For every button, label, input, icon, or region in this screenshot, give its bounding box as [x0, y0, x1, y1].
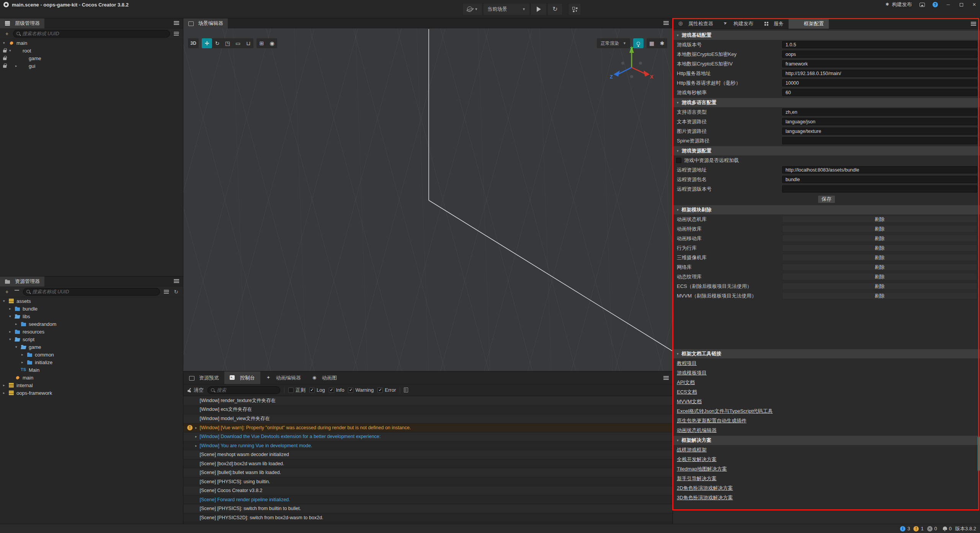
- log-level-checkbox[interactable]: Info: [329, 387, 345, 393]
- doc-link[interactable]: Tiledmap地图解决方案: [677, 466, 727, 473]
- tree-expand-arrow[interactable]: ▸: [9, 307, 15, 311]
- panel-menu-icon[interactable]: [663, 376, 669, 380]
- doc-link[interactable]: ECS文档: [677, 389, 697, 396]
- doc-link[interactable]: 2D角色扮演游戏解决方案: [677, 485, 733, 492]
- doc-link[interactable]: 游戏模板项目: [677, 370, 707, 376]
- console-log-row[interactable]: ! ▸ [Scene] [box2d]:box2d wasm lib loade…: [183, 459, 673, 469]
- menu-item[interactable]: [2, 9, 11, 18]
- warning-icon[interactable]: !: [913, 526, 919, 531]
- scene-viewport[interactable]: 3D ✛ ↻ ◳ ▭ ⊔ ⊞ ◉ 正常渲染 ▼ ▦ ✱: [183, 28, 673, 371]
- remove-module-button[interactable]: 剔除: [782, 292, 977, 299]
- tree-item[interactable]: ▸ common: [0, 351, 183, 358]
- 3d-mode-button[interactable]: 3D: [188, 38, 199, 48]
- doc-link[interactable]: 新手引导解决方案: [677, 475, 717, 482]
- play-button[interactable]: [531, 3, 547, 15]
- console-tab[interactable]: 控制台: [224, 371, 260, 384]
- text-input[interactable]: 60: [782, 89, 977, 96]
- section-framework-modules[interactable]: ▾ 框架模块剔除: [673, 205, 980, 214]
- filter-icon[interactable]: [162, 288, 170, 296]
- console-log-row[interactable]: ! ▸ [Window] model_view文件夹存在: [183, 414, 673, 423]
- tree-expand-arrow[interactable]: ▾: [9, 337, 15, 341]
- console-tab[interactable]: 资源预览: [183, 371, 224, 384]
- tree-item[interactable]: ▾ assets: [0, 297, 183, 305]
- tree-item[interactable]: main: [0, 374, 183, 381]
- scene-editor-tab[interactable]: 场景编辑器: [183, 18, 228, 28]
- remote-load-checkbox[interactable]: [676, 158, 681, 163]
- text-input[interactable]: framework: [782, 60, 977, 67]
- tree-item[interactable]: ▸ bundle: [0, 305, 183, 312]
- inspector-tab[interactable]: 构建发布: [718, 18, 758, 29]
- text-input[interactable]: http://localhost:8083/assets/bundle: [782, 166, 977, 173]
- tree-expand-arrow[interactable]: ▾: [3, 41, 8, 45]
- tree-expand-arrow[interactable]: ▸: [3, 391, 8, 395]
- error-icon[interactable]: ✕: [927, 526, 933, 531]
- remove-module-button[interactable]: 剔除: [782, 216, 977, 223]
- tree-item[interactable]: ▸ oops-framework: [0, 389, 183, 397]
- console-tab[interactable]: 动画图: [306, 371, 342, 384]
- menu-item[interactable]: [20, 9, 29, 18]
- inspector-tab[interactable]: 框架配置: [789, 18, 829, 29]
- screenshot-button[interactable]: [916, 0, 928, 9]
- console-log-row[interactable]: ! ▸ [Scene] Forward render pipeline init…: [183, 495, 673, 505]
- device-preview-button[interactable]: [568, 3, 581, 15]
- log-level-checkbox[interactable]: Error: [377, 387, 396, 393]
- coordinate-mode-button[interactable]: ◉: [267, 38, 277, 48]
- menu-item[interactable]: [57, 9, 66, 18]
- text-input[interactable]: [782, 185, 977, 193]
- menu-item[interactable]: [38, 9, 47, 18]
- panel-menu-icon[interactable]: [174, 21, 179, 25]
- close-button[interactable]: ✕: [969, 0, 980, 9]
- tree-item[interactable]: ▾ script: [0, 335, 183, 343]
- panel-menu-icon[interactable]: [971, 22, 976, 26]
- panel-menu-icon[interactable]: [663, 21, 669, 25]
- tree-expand-arrow[interactable]: ▸: [3, 383, 8, 387]
- doc-link[interactable]: 教程项目: [677, 360, 697, 367]
- section-solutions[interactable]: ▾ 框架解决方案: [673, 436, 980, 445]
- restart-button[interactable]: ↻: [547, 3, 563, 15]
- tree-item[interactable]: game: [0, 54, 183, 62]
- remove-module-button[interactable]: 剔除: [782, 244, 977, 252]
- hierarchy-tab[interactable]: 层级管理器: [0, 18, 44, 28]
- log-level-checkbox[interactable]: Warning: [348, 387, 374, 393]
- console-log-row[interactable]: ! ▸ [Window] Download the Vue Devtools e…: [183, 432, 673, 441]
- tree-item[interactable]: ▾ main: [0, 39, 183, 47]
- remove-module-button[interactable]: 剔除: [782, 235, 977, 242]
- console-log-row[interactable]: ! ▸ [Scene] [PHYSICS]: using builtin.: [183, 477, 673, 487]
- remove-module-button[interactable]: 剔除: [782, 254, 977, 261]
- move-tool-button[interactable]: ✛: [202, 38, 212, 48]
- text-input[interactable]: oops: [782, 51, 977, 58]
- tree-expand-arrow[interactable]: ▸: [15, 322, 21, 326]
- console-log-row[interactable]: ! ▸ [Window] render_texture文件夹存在: [183, 396, 673, 405]
- console-log-row[interactable]: ! ▸ [Scene] [bullet]:bullet wasm lib loa…: [183, 468, 673, 477]
- tree-expand-arrow[interactable]: ▾: [9, 314, 15, 318]
- scrollbar-thumb[interactable]: [978, 437, 980, 471]
- assets-tab[interactable]: 资源管理器: [0, 276, 44, 286]
- doc-link[interactable]: 战棋游戏框架: [677, 446, 707, 453]
- tree-expand-arrow[interactable]: ▾: [3, 299, 8, 303]
- rect-tool-button[interactable]: ▭: [233, 38, 243, 48]
- create-node-button[interactable]: +: [3, 30, 11, 38]
- section-game-language[interactable]: ▾ 游戏多语言配置: [673, 98, 980, 107]
- console-log-row[interactable]: ! ▸ [Window] ecs文件夹存在: [183, 405, 673, 415]
- scale-tool-button[interactable]: ◳: [222, 38, 233, 48]
- save-button[interactable]: 保存: [818, 195, 835, 203]
- doc-link[interactable]: API文档: [677, 379, 695, 386]
- expand-arrow-icon[interactable]: ▸: [195, 426, 197, 430]
- tree-item[interactable]: ▾ root: [0, 47, 183, 54]
- maximize-button[interactable]: [956, 0, 967, 9]
- doc-link[interactable]: MVVM文档: [677, 398, 702, 405]
- tree-item[interactable]: ▸ internal: [0, 381, 183, 389]
- tree-item[interactable]: Main: [0, 366, 183, 374]
- tree-expand-arrow[interactable]: ▾: [15, 345, 21, 349]
- tree-item[interactable]: ▸ resources: [0, 328, 183, 335]
- text-input[interactable]: language/texture: [782, 128, 977, 135]
- orientation-gizmo[interactable]: Y X Z: [607, 42, 657, 92]
- inspector-tab[interactable]: 属性检查器: [673, 18, 718, 29]
- remove-module-button[interactable]: 剔除: [782, 263, 977, 271]
- tree-expand-arrow[interactable]: ▸: [21, 360, 27, 364]
- hierarchy-search-input[interactable]: [22, 31, 167, 36]
- pivot-mode-button[interactable]: ⊞: [256, 38, 267, 48]
- minimize-button[interactable]: ─: [942, 0, 954, 9]
- sort-icon[interactable]: [13, 288, 21, 296]
- doc-link[interactable]: 3D角色扮演游戏解决方案: [677, 494, 733, 501]
